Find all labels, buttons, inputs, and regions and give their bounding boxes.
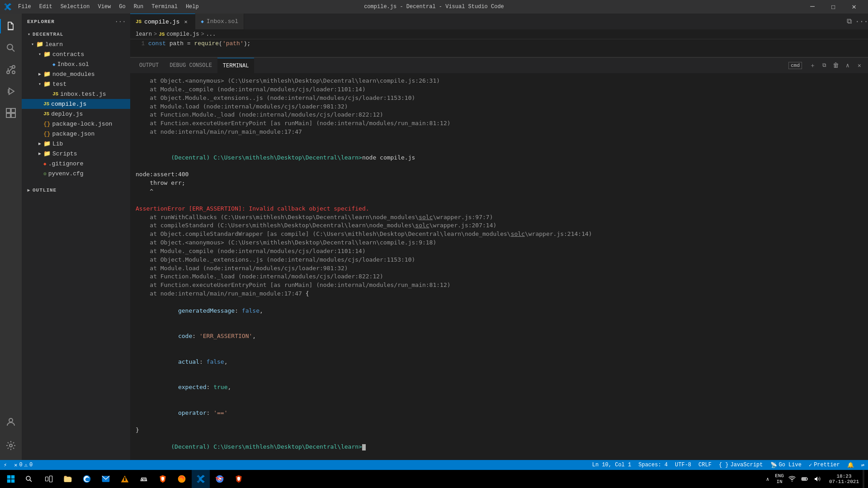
close-button[interactable]: ✕ bbox=[844, 0, 864, 14]
go-live-button[interactable]: 📡 Go Live bbox=[767, 460, 805, 470]
more-actions-button[interactable]: ··· bbox=[855, 14, 868, 29]
sidebar-more-button[interactable]: ··· bbox=[116, 17, 125, 26]
tab-compile-js[interactable]: JS compile.js ✕ bbox=[130, 14, 195, 29]
svg-line-25 bbox=[30, 480, 32, 482]
file-explorer-taskbar[interactable] bbox=[59, 470, 77, 488]
activity-account[interactable] bbox=[0, 411, 22, 433]
activity-settings[interactable] bbox=[0, 435, 22, 456]
brave2-taskbar[interactable] bbox=[230, 470, 248, 488]
spaces-button[interactable]: Spaces: 4 bbox=[635, 460, 671, 470]
tab-output[interactable]: OUTPUT bbox=[134, 58, 164, 74]
breadcrumb-learn[interactable]: learn bbox=[136, 31, 152, 38]
network-icon[interactable] bbox=[788, 470, 797, 488]
system-clock[interactable]: 18:23 07-11-2021 bbox=[826, 470, 863, 488]
tab-close-button[interactable]: ✕ bbox=[182, 18, 189, 25]
terminal-line: } bbox=[136, 426, 863, 435]
menu-file[interactable]: File bbox=[14, 2, 35, 12]
game-taskbar[interactable] bbox=[135, 470, 153, 488]
firefox-taskbar[interactable] bbox=[173, 470, 191, 488]
prettier-button[interactable]: ✓ Prettier bbox=[805, 460, 844, 470]
activity-extensions[interactable] bbox=[0, 102, 22, 124]
tray-expand-button[interactable]: ∧ bbox=[764, 470, 771, 488]
terminal-cmd-label: cmd bbox=[785, 62, 806, 69]
tree-item-gitignore[interactable]: ◆ .gitignore bbox=[22, 159, 130, 169]
minimize-button[interactable]: ─ bbox=[802, 0, 823, 14]
feedback-button[interactable]: 🔔 bbox=[844, 460, 858, 470]
errors-button[interactable]: ✕ 0 ⚠ 0 bbox=[10, 460, 36, 470]
folder-icon: 📁 bbox=[43, 80, 51, 88]
maximize-panel-button[interactable]: ∧ bbox=[843, 61, 853, 70]
tree-item-pyvenv[interactable]: ⚙ pyvenv.cfg bbox=[22, 169, 130, 178]
taskview-button[interactable] bbox=[40, 470, 58, 488]
encoding-button[interactable]: UTF-8 bbox=[671, 460, 695, 470]
terminal-line: at Object.Module._extensions..js (node:i… bbox=[136, 94, 863, 103]
folder-icon: 📁 bbox=[43, 70, 51, 78]
editor-content[interactable]: 1 const path = require('path'); bbox=[130, 39, 868, 57]
menu-view[interactable]: View bbox=[94, 2, 114, 12]
split-terminal-button[interactable]: ⧉ bbox=[819, 61, 829, 70]
menu-edit[interactable]: Edit bbox=[36, 2, 56, 12]
kill-terminal-button[interactable]: 🗑 bbox=[831, 61, 841, 70]
activity-explorer[interactable] bbox=[0, 15, 22, 37]
folder-icon: 📁 bbox=[43, 51, 51, 58]
search-icon bbox=[5, 42, 16, 53]
new-terminal-button[interactable]: ＋ bbox=[807, 61, 817, 70]
tree-item-scripts[interactable]: ▶ 📁 Scripts bbox=[22, 149, 130, 159]
terminal-content[interactable]: at Object.<anonymous> (C:\Users\mithlesh… bbox=[130, 73, 868, 460]
activity-git[interactable] bbox=[0, 59, 22, 80]
split-editor-button[interactable]: ⧉ bbox=[843, 14, 855, 29]
tree-item-deploy-js[interactable]: JS deploy.js bbox=[22, 109, 130, 119]
menu-terminal[interactable]: Terminal bbox=[148, 2, 181, 12]
activity-debug[interactable] bbox=[0, 80, 22, 102]
chrome-taskbar[interactable] bbox=[211, 470, 229, 488]
menu-go[interactable]: Go bbox=[115, 2, 129, 12]
menu-run[interactable]: Run bbox=[130, 2, 147, 12]
show-desktop-button[interactable] bbox=[863, 470, 864, 488]
curly-icon: { } bbox=[719, 462, 729, 468]
tree-item-compile-js[interactable]: JS compile.js bbox=[22, 99, 130, 109]
line-ending-button[interactable]: CRLF bbox=[695, 460, 715, 470]
tree-item-inbox-test[interactable]: JS inbox.test.js bbox=[22, 89, 130, 99]
tree-item-inbox-sol[interactable]: ◆ Inbox.sol bbox=[22, 59, 130, 69]
vlc-taskbar[interactable] bbox=[116, 470, 134, 488]
tree-root-decentral[interactable]: ▾ DECENTRAL bbox=[22, 29, 130, 39]
menu-selection[interactable]: Selection bbox=[57, 2, 94, 12]
remote-button[interactable]: ⚡ bbox=[0, 460, 10, 470]
activity-search[interactable] bbox=[0, 37, 22, 59]
tab-debug-console[interactable]: DEBUG CONSOLE bbox=[164, 58, 217, 74]
tree-item-contracts[interactable]: ▾ 📁 contracts bbox=[22, 49, 130, 59]
breadcrumb-compile[interactable]: compile.js bbox=[166, 31, 199, 38]
edge-taskbar[interactable] bbox=[78, 470, 96, 488]
mail-taskbar[interactable] bbox=[97, 470, 115, 488]
start-button[interactable] bbox=[2, 470, 20, 488]
taskbar-search-button[interactable] bbox=[20, 472, 38, 486]
taskbar-right: ∧ ENGIN bbox=[759, 470, 866, 488]
taskbar-search-icon bbox=[25, 475, 33, 483]
tree-item-node-modules[interactable]: ▶ 📁 node_modules bbox=[22, 69, 130, 79]
close-panel-button[interactable]: ✕ bbox=[854, 61, 864, 70]
prettier-label: Prettier bbox=[814, 462, 840, 468]
lang-indicator[interactable]: ENGIN bbox=[775, 473, 784, 485]
tree-item-package-json[interactable]: {} package.json bbox=[22, 129, 130, 139]
cursor-position[interactable]: Ln 10, Col 1 bbox=[589, 460, 635, 470]
outline-section[interactable]: ▶ OUTLINE bbox=[22, 182, 130, 198]
breadcrumb-ellipsis[interactable]: ... bbox=[206, 31, 216, 38]
brave-taskbar[interactable] bbox=[154, 470, 172, 488]
tree-item-learn[interactable]: ▾ 📁 learn bbox=[22, 39, 130, 49]
explorer-title: EXPLORER bbox=[27, 19, 55, 24]
tree-item-package-lock[interactable]: {} package-lock.json bbox=[22, 119, 130, 129]
language-button[interactable]: { } JavaScript bbox=[715, 460, 767, 470]
tab-inbox-sol[interactable]: ◆ Inbox.sol bbox=[195, 14, 244, 29]
vscode-taskbar-icon bbox=[196, 474, 205, 483]
tab-terminal[interactable]: TERMINAL bbox=[217, 58, 255, 74]
menu-help[interactable]: Help bbox=[182, 2, 203, 12]
sidebar: EXPLORER ··· ▾ DECENTRAL ▾ 📁 learn ▾ 📁 bbox=[22, 14, 130, 460]
remote-ssh-button[interactable]: ⇌ bbox=[858, 460, 868, 470]
vscode-taskbar[interactable] bbox=[192, 470, 210, 488]
code-line-1: 1 const path = require('path'); bbox=[130, 39, 868, 48]
speaker-icon[interactable] bbox=[813, 470, 822, 488]
battery-icon[interactable] bbox=[800, 470, 809, 488]
tree-item-lib[interactable]: ▶ 📁 Lib bbox=[22, 139, 130, 149]
tree-item-test[interactable]: ▾ 📁 test bbox=[22, 79, 130, 89]
maximize-button[interactable]: ☐ bbox=[823, 0, 844, 14]
